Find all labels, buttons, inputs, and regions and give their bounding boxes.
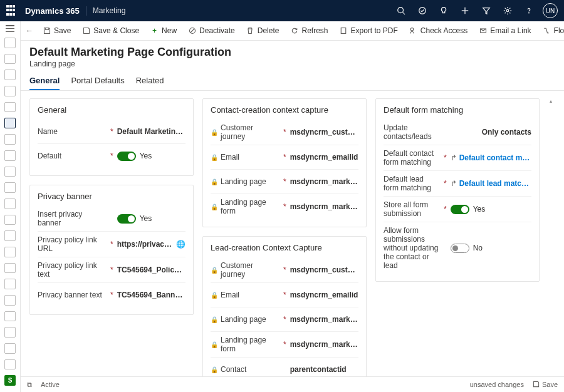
toggle-insert-banner[interactable]: Yes [117,214,152,224]
tab-related[interactable]: Related [136,73,164,90]
field-value-email[interactable]: msdyncrm_emailid [290,291,358,299]
plus-icon[interactable] [460,6,470,16]
field-value-dcf[interactable]: Default contact mat... [459,153,531,162]
status-save-button[interactable]: Save [533,381,558,389]
section-privacy: Privacy banner Insert privacy banner * Y… [29,185,194,315]
settings-icon[interactable] [503,6,513,16]
rail-item-20[interactable] [4,343,16,354]
save-close-button[interactable]: Save & Close [78,24,144,37]
toggle-label: No [473,244,483,252]
rail-item-home[interactable] [4,38,16,48]
delete-label: Delete [258,26,279,35]
rail-item-recent[interactable] [4,70,16,80]
rail-item-9[interactable] [4,167,16,177]
svg-line-8 [191,29,194,33]
rail-item-18[interactable] [4,311,16,322]
rail-item-11[interactable] [4,199,16,209]
lightbulb-icon[interactable] [439,6,449,16]
email-label: Email a Link [490,26,531,35]
rail-item-8[interactable] [4,150,16,161]
section-lead-capture: Lead-creation Context Capture 🔒Customer … [202,236,367,376]
deactivate-label: Deactivate [199,26,235,35]
field-value-privacy-text[interactable]: TC545694_PolicyText_Rng [117,266,185,274]
section-form-matching: Default form matching Update contacts/le… [375,98,540,282]
delete-button[interactable]: Delete [242,24,284,37]
rail-item-14[interactable] [4,247,16,257]
section-title: General [38,105,185,115]
deactivate-button[interactable]: Deactivate [184,24,239,37]
page-subtitle: Landing page [29,59,555,68]
task-icon[interactable] [417,6,427,16]
export-pdf-button[interactable]: Export to PDF [335,24,402,37]
field-value-cj[interactable]: msdyncrm_customerjo... [290,266,358,274]
rail-item-16[interactable] [4,279,16,289]
toggle-allow[interactable]: No [451,244,483,253]
section-general: General Name * Default Marketing Page ..… [29,98,194,176]
rail-item-settings[interactable] [4,54,16,64]
svg-point-0 [398,8,404,13]
menu-toggle-icon[interactable] [6,25,14,32]
required-indicator: * [110,266,113,274]
refresh-button[interactable]: Refresh [286,24,332,37]
rail-item-12[interactable] [4,215,16,225]
field-label-dlf: Default lead form matching [384,175,440,192]
rail-item-15[interactable] [4,263,16,274]
back-button[interactable]: ← [26,24,33,37]
lock-icon: 🔒 [211,341,218,348]
email-link-button[interactable]: Email a Link [474,24,535,37]
rail-item-5[interactable] [4,102,16,113]
app-launcher-icon[interactable] [6,5,18,16]
rail-item-pinned[interactable] [4,86,16,96]
field-value-contact[interactable]: parentcontactid [290,365,358,374]
rail-item-13[interactable] [4,230,16,241]
section-contact-capture: Contact-creation context capture 🔒Custom… [202,98,367,227]
popout-icon[interactable]: ⧉ [27,381,32,389]
toggle-default[interactable]: Yes [117,152,152,161]
field-value-lpf[interactable]: msdyncrm_marketingf... [290,340,358,349]
field-value-banner-text[interactable]: TC545694_BannerText_TjO [117,291,185,299]
save-button[interactable]: Save [38,24,75,37]
new-button[interactable]: +New [146,24,181,37]
field-value-lp[interactable]: msdyncrm_marketingp... [290,315,358,324]
field-value-lpf[interactable]: msdyncrm_marketingf... [290,202,358,211]
tab-general[interactable]: General [29,73,60,90]
field-value-name[interactable]: Default Marketing Page ... [117,127,185,136]
help-icon[interactable] [524,6,534,16]
toggle-label: Yes [140,152,152,160]
svg-rect-9 [341,28,346,34]
field-label-lp: Landing page [221,177,266,186]
field-value-privacy-url[interactable]: https://privacy.micro... [117,240,172,249]
svg-point-6 [529,13,530,13]
tab-list: General Portal Defaults Related [21,68,564,91]
lock-icon: 🔒 [211,154,218,161]
search-icon[interactable] [396,6,406,16]
required-indicator: * [110,240,113,249]
rail-item-active[interactable] [4,118,16,128]
field-value-email[interactable]: msdyncrm_emailid [290,153,358,162]
tab-portal-defaults[interactable]: Portal Defaults [71,73,124,90]
field-label-cj: Customer journey [221,123,279,141]
rail-item-17[interactable] [4,295,16,306]
field-value-dlf[interactable]: Default lead matchi... [459,179,531,188]
field-label-cj: Customer journey [221,261,279,279]
rail-item-10[interactable] [4,182,16,193]
user-avatar[interactable]: UN [543,3,558,18]
field-label-default: Default [38,152,107,160]
rail-item-7[interactable] [4,134,16,145]
field-value-cj[interactable]: msdyncrm_customerjo... [290,128,358,137]
required-indicator: * [110,291,113,299]
field-value-lp[interactable]: msdyncrm_marketingp... [290,177,358,186]
field-value-update[interactable]: Only contacts [451,128,531,137]
check-access-button[interactable]: Check Access [405,24,472,37]
filter-icon[interactable] [481,6,491,16]
area-switcher[interactable]: S [4,375,16,386]
toggle-store[interactable]: Yes [451,205,486,214]
svg-line-1 [403,13,405,15]
svg-point-10 [411,28,414,31]
rail-item-19[interactable] [4,327,16,338]
rail-item-21[interactable] [4,359,16,370]
check-label: Check Access [420,26,467,35]
flow-button[interactable]: Flow⌵ [538,24,564,37]
globe-icon[interactable]: 🌐 [176,240,185,249]
required-indicator: * [110,127,113,136]
